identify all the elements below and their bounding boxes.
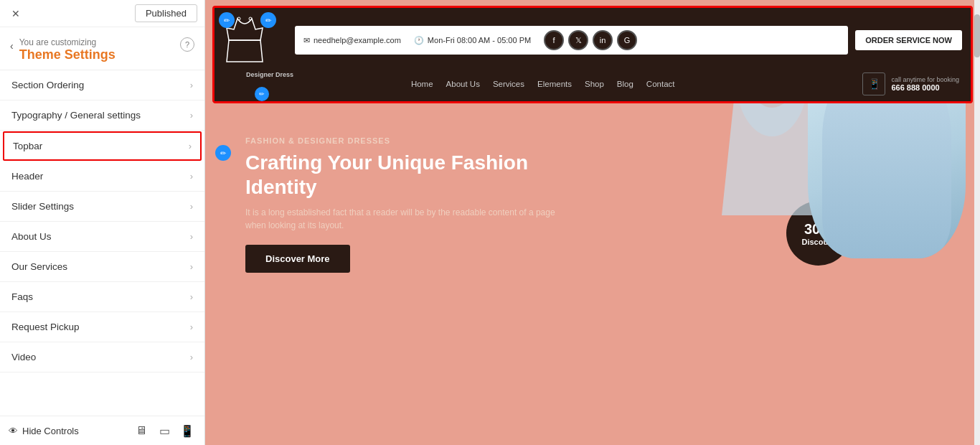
discount-percent: 30% <box>804 221 833 238</box>
close-button[interactable]: ✕ <box>7 5 24 22</box>
sidebar-item-label: About Us <box>11 231 52 242</box>
hide-controls-label: Hide Controls <box>22 426 79 436</box>
discount-label: Discount <box>801 238 835 246</box>
sidebar-item-header[interactable]: Header › <box>0 161 204 192</box>
chevron-icon: › <box>190 322 193 332</box>
sidebar-bottom-bar: 👁 Hide Controls 🖥 ▭ 📱 <box>0 416 204 445</box>
logo-area: ✏ ✏ <box>223 15 288 65</box>
topbar-contact-box: ✉ needhelp@example.com 🕐 Mon-Fri 08:00 A… <box>295 26 848 55</box>
discover-more-button[interactable]: Discover More <box>245 245 350 273</box>
hero-description: It is a long established fact that a rea… <box>245 206 561 232</box>
contact-email: ✉ needhelp@example.com <box>303 36 401 45</box>
sidebar-topbar: ✕ Published <box>0 0 204 27</box>
nav-links: Home About Us Services Elements Shop Blo… <box>226 78 859 90</box>
email-icon: ✉ <box>303 36 310 45</box>
sidebar-item-label: Section Ordering <box>11 80 84 90</box>
facebook-icon[interactable]: f <box>544 30 564 50</box>
sidebar-item-label: Topbar <box>13 141 42 151</box>
hero-section: ✏ FASHION & DESIGNER DRESSES Crafting Yo… <box>205 115 980 287</box>
sidebar: ✕ Published ‹ You are customizing Theme … <box>0 0 205 445</box>
phone-icon: 📱 <box>862 72 885 95</box>
hide-controls-button[interactable]: 👁 Hide Controls <box>9 426 79 436</box>
nav-call-info: 📱 call anytime for booking 666 888 0000 <box>862 72 959 95</box>
order-service-button[interactable]: ORDER SERVICE NOW <box>855 30 962 50</box>
chevron-icon: › <box>190 171 193 182</box>
eye-icon: 👁 <box>9 426 18 436</box>
sidebar-item-request-pickup[interactable]: Request Pickup › <box>0 312 204 342</box>
nav-home[interactable]: Home <box>408 78 436 90</box>
chevron-icon: › <box>190 80 193 90</box>
header-text-area: You are customizing Theme Settings <box>19 37 174 62</box>
navbar: Home About Us Services Elements Shop Blo… <box>215 72 971 101</box>
sidebar-header: ‹ You are customizing Theme Settings ? <box>0 27 204 70</box>
chevron-icon: › <box>190 110 193 121</box>
social-icons: f 𝕏 in G <box>544 30 637 50</box>
sidebar-item-faqs[interactable]: Faqs › <box>0 282 204 312</box>
edit-pencil-icon-3[interactable]: ✏ <box>255 87 269 101</box>
logo-text: Designer Dress <box>246 71 293 78</box>
tablet-icon[interactable]: ▭ <box>156 422 173 439</box>
help-icon[interactable]: ? <box>180 37 194 52</box>
edit-pencil-icon[interactable]: ✏ <box>219 12 235 28</box>
sidebar-item-slider-settings[interactable]: Slider Settings › <box>0 192 204 222</box>
preview-scrollbar[interactable] <box>974 0 980 445</box>
sidebar-item-topbar[interactable]: Topbar › <box>3 131 202 161</box>
sidebar-item-label: Our Services <box>11 261 67 272</box>
topbar-wrapper: ✏ ✏ ✉ needhelp@example.com 🕐 Mo <box>212 6 973 103</box>
discount-badge: 30% Discount <box>786 201 851 266</box>
topbar: ✏ ✏ ✉ needhelp@example.com 🕐 Mo <box>215 8 971 72</box>
hero-edit-pencil[interactable]: ✏ <box>215 145 231 161</box>
chevron-icon: › <box>190 231 193 242</box>
sidebar-item-label: Typography / General settings <box>11 110 141 121</box>
sidebar-item-label: Video <box>11 352 36 362</box>
sidebar-item-about-us[interactable]: About Us › <box>0 222 204 252</box>
preview-area: ✏ ✏ ✉ needhelp@example.com 🕐 Mo <box>205 0 980 445</box>
sidebar-item-section-ordering[interactable]: Section Ordering › <box>0 70 204 100</box>
nav-services[interactable]: Services <box>490 78 527 90</box>
chevron-icon: › <box>190 291 193 302</box>
sidebar-item-typography[interactable]: Typography / General settings › <box>0 100 204 131</box>
sidebar-item-video[interactable]: Video › <box>0 342 204 373</box>
edit-pencil-icon-2[interactable]: ✏ <box>260 12 276 28</box>
scrollbar-thumb <box>974 14 980 57</box>
chevron-icon: › <box>190 201 193 212</box>
customizing-label: You are customizing <box>19 37 174 47</box>
nav-shop[interactable]: Shop <box>582 78 607 90</box>
nav-contact[interactable]: Contact <box>644 78 678 90</box>
linkedin-icon[interactable]: in <box>593 30 613 50</box>
nav-elements[interactable]: Elements <box>534 78 575 90</box>
clock-icon: 🕐 <box>414 36 424 45</box>
email-address: needhelp@example.com <box>314 36 401 44</box>
published-button[interactable]: Published <box>135 4 197 22</box>
mobile-icon[interactable]: 📱 <box>179 422 196 439</box>
sidebar-item-label: Request Pickup <box>11 322 80 332</box>
nav-blog[interactable]: Blog <box>614 78 636 90</box>
sidebar-item-label: Header <box>11 171 43 182</box>
hero-title: Crafting Your Unique Fashion Identity <box>245 151 590 199</box>
chevron-icon: › <box>189 141 192 151</box>
sidebar-menu: Section Ordering › Typography / General … <box>0 70 204 416</box>
nav-about-us[interactable]: About Us <box>443 78 483 90</box>
desktop-icon[interactable]: 🖥 <box>133 422 150 439</box>
google-icon[interactable]: G <box>617 30 637 50</box>
hours-text: Mon-Fri 08:00 AM - 05:00 PM <box>428 36 531 44</box>
call-anytime-label: call anytime for booking <box>891 76 959 83</box>
sidebar-item-label: Faqs <box>11 291 33 302</box>
chevron-icon: › <box>190 261 193 272</box>
phone-number: 666 888 0000 <box>891 83 959 92</box>
contact-hours: 🕐 Mon-Fri 08:00 AM - 05:00 PM <box>414 36 531 45</box>
back-arrow-button[interactable]: ‹ <box>10 40 14 52</box>
sidebar-item-label: Slider Settings <box>11 201 74 212</box>
twitter-icon[interactable]: 𝕏 <box>568 30 588 50</box>
chevron-icon: › <box>190 352 193 362</box>
theme-title: Theme Settings <box>19 47 174 62</box>
hero-subtitle: FASHION & DESIGNER DRESSES <box>245 136 966 145</box>
sidebar-item-our-services[interactable]: Our Services › <box>0 252 204 282</box>
call-text-area: call anytime for booking 666 888 0000 <box>891 76 959 92</box>
device-icons-group: 🖥 ▭ 📱 <box>133 422 196 439</box>
